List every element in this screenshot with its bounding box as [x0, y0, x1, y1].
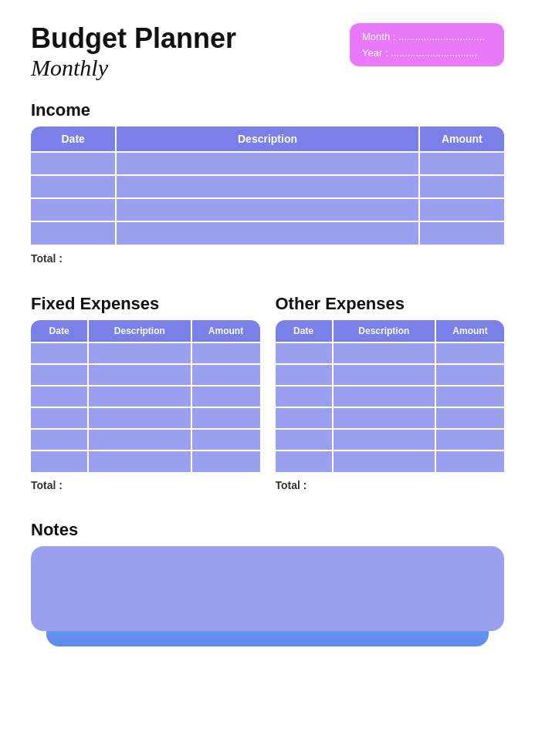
fixed-col-date: Date [31, 320, 88, 343]
other-col-desc: Description [333, 320, 435, 343]
other-total-label: Total : [276, 472, 436, 498]
fixed-expenses-table: Date Description Amount [31, 320, 260, 498]
fixed-total-value [191, 472, 260, 498]
notes-title: Notes [31, 520, 504, 540]
fixed-expenses-title: Fixed Expenses [31, 294, 260, 314]
table-row [276, 451, 505, 472]
month-year-box: Month : ............................... … [350, 23, 504, 66]
fixed-total-row: Total : [31, 472, 260, 498]
table-row [31, 343, 260, 364]
income-total-value [419, 245, 504, 272]
table-row [31, 364, 260, 386]
table-row [31, 152, 504, 175]
other-expenses-table: Date Description Amount [276, 320, 505, 498]
other-expenses-title: Other Expenses [276, 294, 505, 314]
month-line: Month : ............................... [362, 31, 492, 42]
table-row [276, 364, 505, 386]
table-row [276, 386, 505, 407]
page-header: Budget Planner Monthly Month : .........… [31, 23, 504, 82]
table-row [31, 451, 260, 472]
income-table: Date Description Amount [31, 127, 504, 272]
income-col-desc: Description [116, 127, 418, 152]
income-title: Income [31, 100, 504, 120]
other-expenses-section: Other Expenses Date Description Amount [276, 294, 505, 498]
income-col-amount: Amount [419, 127, 504, 152]
table-row [276, 343, 505, 364]
table-row [31, 198, 504, 221]
notes-wrapper [31, 546, 504, 646]
other-header-row: Date Description Amount [276, 320, 505, 343]
title-block: Budget Planner Monthly [31, 23, 236, 82]
income-header-row: Date Description Amount [31, 127, 504, 152]
table-row [31, 386, 260, 407]
table-row [276, 407, 505, 429]
page-title-main: Budget Planner [31, 23, 236, 54]
income-total-row: Total : [31, 245, 504, 272]
year-line: Year : ............................... [362, 47, 492, 59]
table-row [31, 429, 260, 451]
table-row [31, 221, 504, 245]
other-col-date: Date [276, 320, 333, 343]
page-title-sub: Monthly [31, 54, 236, 82]
fixed-total-label: Total : [31, 472, 191, 498]
income-col-date: Date [31, 127, 116, 152]
other-col-amount: Amount [435, 320, 504, 343]
fixed-col-amount: Amount [191, 320, 260, 343]
notes-section: Notes [31, 520, 504, 646]
fixed-header-row: Date Description Amount [31, 320, 260, 343]
table-row [276, 429, 505, 451]
fixed-expenses-section: Fixed Expenses Date Description Amount [31, 294, 260, 498]
income-total-label: Total : [31, 245, 419, 272]
income-section: Income Date Description Amount [31, 100, 504, 272]
expenses-row: Fixed Expenses Date Description Amount [31, 294, 504, 498]
table-row [31, 407, 260, 429]
other-total-row: Total : [276, 472, 505, 498]
fixed-col-desc: Description [88, 320, 191, 343]
table-row [31, 175, 504, 198]
notes-box[interactable] [31, 546, 504, 631]
other-total-value [435, 472, 504, 498]
